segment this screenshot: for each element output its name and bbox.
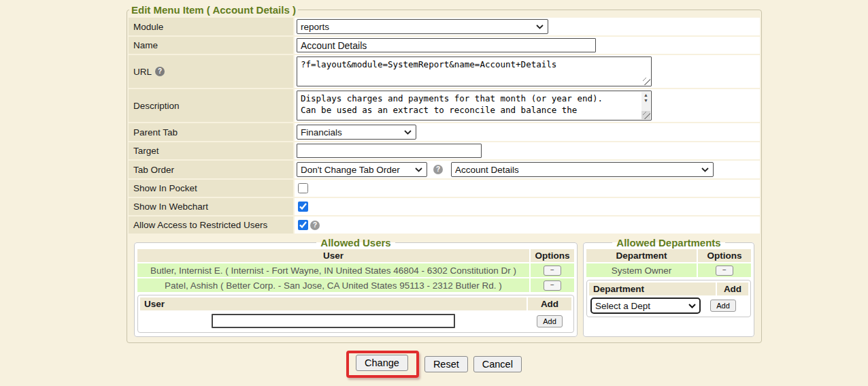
target-label: Target (129, 142, 293, 159)
allowed-users-title: Allowed Users (316, 237, 395, 248)
add-department-box: Department Add Select a Dept Add (586, 280, 751, 317)
scroll-up-icon[interactable]: ▲ (644, 93, 648, 98)
add-column-header: Add (717, 283, 748, 295)
remove-user-button[interactable]: − (544, 280, 561, 291)
page-title: Edit Menu Item ( Account Details ) (129, 4, 298, 16)
table-row: Butler, Internist E. ( Internist - Fort … (137, 263, 574, 277)
add-column-header: Add (528, 297, 571, 310)
user-column-header: User (137, 249, 529, 262)
add-user-column-header: User (140, 297, 527, 310)
add-department-button[interactable]: Add (710, 300, 736, 312)
resize-handle[interactable] (643, 112, 650, 119)
department-select[interactable]: Select a Dept (590, 297, 701, 314)
row-module: Module reports (129, 18, 760, 35)
show-in-webchart-label: Show In Webchart (129, 198, 293, 215)
resize-handle[interactable] (643, 78, 650, 85)
scroll-down-icon[interactable]: ▼ (644, 98, 648, 103)
remove-department-button[interactable]: − (716, 266, 733, 276)
cancel-button[interactable]: Cancel (473, 356, 522, 372)
table-row: Patel, Ashish ( Better Corp. - San Jose,… (137, 278, 574, 292)
parent-tab-label: Parent Tab (129, 123, 293, 141)
allowed-departments-panel: Allowed Departments Department Options S… (583, 237, 754, 337)
show-in-pocket-checkbox[interactable] (298, 183, 308, 193)
description-textarea[interactable]: Displays charges and payments for that m… (297, 91, 652, 120)
row-show-in-pocket: Show In Pocket (129, 180, 760, 197)
tab-position-select[interactable]: Account Details (451, 162, 714, 177)
allow-restricted-checkbox[interactable] (298, 220, 308, 230)
row-description: Description Displays charges and payment… (129, 89, 760, 122)
tab-order-help-icon[interactable]: ? (433, 165, 443, 174)
name-input[interactable] (297, 38, 596, 52)
remove-user-button[interactable]: − (544, 266, 561, 276)
form-actions: Change Reset Cancel (0, 351, 868, 378)
row-target: Target (129, 142, 760, 159)
add-user-box: User Add Add (137, 295, 574, 333)
options-column-header: Options (531, 249, 574, 262)
name-label: Name (129, 37, 293, 54)
row-name: Name (129, 37, 760, 54)
department-name: System Owner (586, 263, 697, 277)
allow-restricted-help-icon[interactable]: ? (310, 221, 320, 230)
show-in-webchart-checkbox[interactable] (298, 202, 308, 212)
allowed-departments-title: Allowed Departments (612, 237, 724, 248)
allowed-users-panel: Allowed Users User Options Butler, Inter… (134, 237, 578, 337)
user-name: Patel, Ashish ( Better Corp. - San Jose,… (137, 278, 529, 292)
allowed-departments-header: Department Options (586, 249, 751, 262)
row-parent-tab: Parent Tab Financials (129, 123, 760, 141)
parent-tab-select[interactable]: Financials (297, 125, 416, 140)
row-allow-restricted: Allow Access to Restricted Users ? (129, 216, 760, 234)
row-tab-order: Tab Order Don't Change Tab Order ? Accou… (129, 161, 760, 178)
annotation-highlight-box: Change (346, 351, 419, 378)
table-row: System Owner − (586, 263, 751, 277)
allow-restricted-label: Allow Access to Restricted Users (129, 216, 293, 234)
description-label: Description (129, 89, 293, 122)
options-column-header: Options (698, 249, 751, 262)
show-in-pocket-label: Show In Pocket (129, 180, 293, 197)
tab-order-select[interactable]: Don't Change Tab Order (297, 162, 427, 177)
add-department-column-header: Department (589, 283, 716, 295)
allowed-users-header: User Options (137, 249, 574, 262)
url-textarea[interactable]: ?f=layout&module=SystemReport&name=Accou… (297, 57, 652, 86)
row-url: URL ? ?f=layout&module=SystemReport&name… (129, 55, 760, 88)
reset-button[interactable]: Reset (424, 356, 468, 372)
url-label: URL (133, 67, 152, 77)
change-button[interactable]: Change (356, 355, 408, 371)
add-user-button[interactable]: Add (537, 315, 563, 327)
edit-menu-item-form: Edit Menu Item ( Account Details ) Modul… (127, 4, 762, 343)
add-user-input[interactable] (212, 314, 455, 328)
module-select[interactable]: reports (297, 19, 548, 34)
module-label: Module (129, 18, 293, 35)
tab-order-label: Tab Order (129, 161, 293, 178)
target-input[interactable] (297, 144, 482, 158)
user-name: Butler, Internist E. ( Internist - Fort … (137, 263, 529, 277)
url-help-icon[interactable]: ? (155, 67, 165, 76)
row-show-in-webchart: Show In Webchart (129, 198, 760, 215)
page: Edit Menu Item ( Account Details ) Modul… (0, 0, 868, 378)
department-column-header: Department (586, 249, 697, 262)
